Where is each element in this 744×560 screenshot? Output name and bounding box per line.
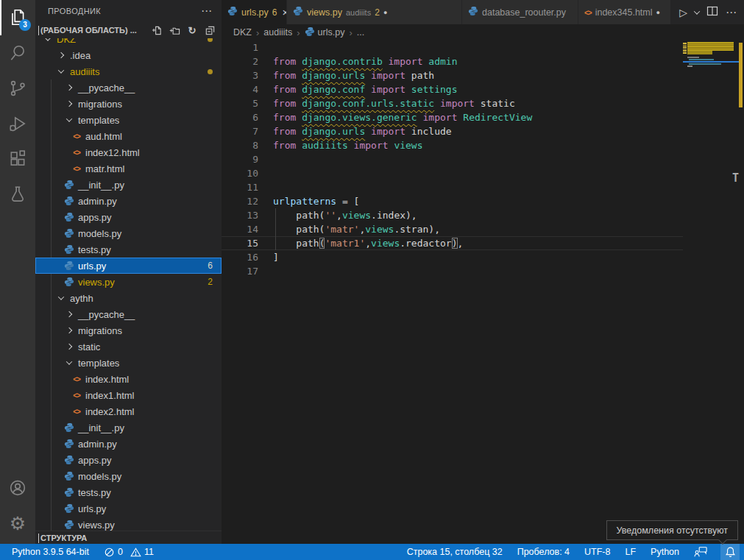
split-editor-icon[interactable] (706, 5, 718, 20)
code-line-13[interactable]: 13 path('',views.index), (222, 208, 683, 222)
tree-item-apps-py[interactable]: apps.py (35, 452, 222, 468)
tree-item-index12-html[interactable]: <>index12.html (35, 144, 222, 160)
tree-item-views-py[interactable]: views.py2 (35, 274, 222, 290)
language-mode-status[interactable]: Python (649, 547, 681, 557)
tree-item-index2-html[interactable]: <>index2.html (35, 403, 222, 419)
new-folder-icon[interactable] (169, 24, 180, 36)
source-control-icon[interactable] (0, 71, 35, 106)
tree-item-label: __init__.py (78, 180, 124, 191)
code-line-7[interactable]: 7from django.urls import include (222, 124, 683, 138)
breadcrumb-item-audiiits[interactable]: audiiits (263, 27, 292, 38)
tree-item--pycache-[interactable]: __pycache__ (35, 79, 222, 96)
code-line-16[interactable]: 16] (222, 250, 683, 264)
tree-item-models-py[interactable]: models.py (35, 468, 222, 484)
tree-item-label: aythh (70, 293, 93, 304)
scrollbar[interactable] (738, 40, 744, 544)
tree-item-index-html[interactable]: <>index.html (35, 371, 222, 387)
problems-status[interactable]: 0 11 (102, 547, 155, 558)
settings-gear-icon[interactable]: ⚙ (0, 506, 35, 541)
tree-item--pycache-[interactable]: __pycache__ (35, 306, 222, 322)
run-dropdown-chevron-icon[interactable] (694, 8, 700, 14)
tree-item-urls-py[interactable]: urls.py6 (35, 258, 222, 274)
code-line-9[interactable]: 9 (222, 152, 683, 166)
tab-views-py[interactable]: views.pyaudiiits2● (287, 0, 462, 24)
breadcrumb-item--[interactable]: ... (357, 27, 364, 38)
collapse-folders-icon[interactable] (204, 24, 216, 36)
modified-dot (208, 69, 213, 74)
tree-item-admin-py[interactable]: admin.py (35, 436, 222, 452)
tree-item-index1-html[interactable]: <>index1.html (35, 387, 222, 403)
python-interpreter-status[interactable]: Python 3.9.5 64-bit (10, 547, 91, 557)
tree-item-templates[interactable]: templates (35, 112, 222, 128)
tree-item-aud-html[interactable]: <>aud.html (35, 128, 222, 144)
tree-item-label: __pycache__ (78, 309, 135, 320)
warning-count: 11 (144, 547, 154, 557)
tree-item-static[interactable]: static (35, 339, 222, 355)
tree-item-templates[interactable]: templates (35, 355, 222, 371)
code-line-17[interactable]: 17 (222, 264, 683, 278)
run-and-debug-icon[interactable] (0, 106, 35, 141)
tree-item-tests-py[interactable]: tests.py (35, 484, 222, 500)
tab-urls-py[interactable]: urls.py6× (222, 0, 287, 24)
account-icon[interactable] (0, 470, 35, 506)
tree-item-migrations[interactable]: migrations (35, 322, 222, 339)
tree-item-tests-py[interactable]: tests.py (35, 241, 222, 258)
code-line-10[interactable]: 10 (222, 166, 683, 180)
tree-item-urls-py[interactable]: urls.py (35, 500, 222, 517)
refresh-icon[interactable]: ↻ (186, 24, 198, 36)
run-python-file-icon[interactable]: ▷ (679, 7, 687, 18)
code-line-15[interactable]: 15 path('matr1',views.redactor), (222, 236, 683, 250)
cursor-position-status[interactable]: Строка 15, столбец 32 (405, 547, 504, 557)
code-editor[interactable]: 12from django.contrib import admin3from … (222, 40, 744, 544)
extensions-icon[interactable] (0, 141, 35, 177)
tree-item-matr-html[interactable]: <>matr.html (35, 160, 222, 177)
code-line-4[interactable]: 4from django.conf import settings (222, 82, 683, 96)
tab-index345-html[interactable]: <>index345.html● (578, 0, 671, 24)
breadcrumb-item-urls-py[interactable]: urls.py (305, 26, 345, 39)
outline-section-header[interactable]: СТРУКТУРА (35, 531, 222, 544)
tree-item-audiiits[interactable]: audiiits (35, 63, 222, 79)
tree-item-migrations[interactable]: migrations (35, 96, 222, 112)
tab-database-roouter-py[interactable]: database_roouter.py (462, 0, 578, 24)
workspace-label: (РАБОЧАЯ ОБЛАСТЬ) ... (40, 26, 137, 35)
tree-item-models-py[interactable]: models.py (35, 225, 222, 241)
chevron-down-icon (63, 118, 75, 122)
python-file-icon (63, 260, 75, 271)
minimap[interactable] (683, 40, 738, 544)
code-line-5[interactable]: 5from django.conf.urls.static import sta… (222, 96, 683, 110)
workspace-section-header[interactable]: (РАБОЧАЯ ОБЛАСТЬ) ... ↻ (35, 22, 222, 38)
notification-toast: Уведомления отсутствуют (606, 520, 738, 540)
code-line-11[interactable]: 11 (222, 180, 683, 194)
explorer-icon[interactable]: 3 (0, 0, 35, 35)
more-actions-icon[interactable]: ⋯ (201, 4, 213, 18)
testing-icon[interactable] (0, 177, 35, 212)
tree-item--init-py[interactable]: __init__.py (35, 177, 222, 193)
new-file-icon[interactable] (151, 24, 163, 36)
tree-item-admin-py[interactable]: admin.py (35, 193, 222, 209)
code-line-2[interactable]: 2from django.contrib import admin (222, 54, 683, 68)
tree-item-dkz[interactable]: DKZ (35, 38, 222, 47)
breadcrumb-item-dkz[interactable]: DKZ (233, 27, 252, 38)
code-line-6[interactable]: 6from django.views.generic import Redire… (222, 110, 683, 124)
tree-item--init-py[interactable]: __init__.py (35, 419, 222, 436)
eol-status[interactable]: LF (623, 547, 637, 557)
encoding-status[interactable]: UTF-8 (583, 547, 612, 557)
line-content: from audiiits import views (273, 138, 423, 152)
tree-item-apps-py[interactable]: apps.py (35, 209, 222, 225)
tree-item--idea[interactable]: .idea (35, 47, 222, 63)
code-line-8[interactable]: 8from audiiits import views (222, 138, 683, 152)
feedback-icon[interactable] (692, 546, 709, 558)
indentation-status[interactable]: Пробелов: 4 (516, 547, 571, 557)
tree-item-views-py[interactable]: views.py (35, 517, 222, 531)
code-line-12[interactable]: 12urlpatterns = [ (222, 194, 683, 208)
tree-item-aythh[interactable]: aythh (35, 290, 222, 306)
notifications-bell-icon[interactable] (720, 544, 740, 560)
python-file-icon (227, 6, 238, 18)
search-icon[interactable] (0, 35, 35, 71)
sidebar-title: ПРОВОДНИК (48, 7, 101, 15)
outline-label: СТРУКТУРА (40, 534, 87, 542)
more-actions-icon[interactable]: ⋯ (726, 6, 737, 19)
code-line-1[interactable]: 1 (222, 40, 683, 54)
code-line-14[interactable]: 14 path('matr',views.stran), (222, 222, 683, 236)
code-line-3[interactable]: 3from django.urls import path (222, 68, 683, 82)
